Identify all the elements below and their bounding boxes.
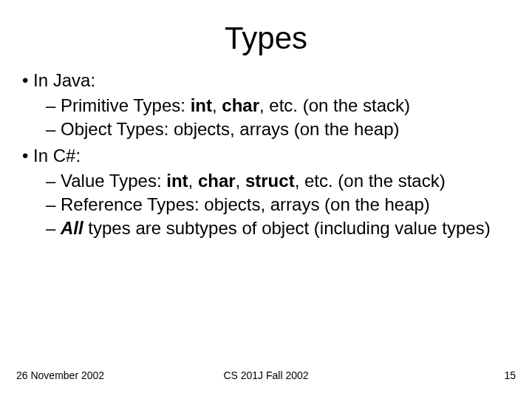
java-prim-suffix: , etc. (on the stack) (259, 95, 410, 115)
footer: 26 November 2002 CS 201J Fall 2002 15 (16, 369, 516, 381)
csharp-all-kw: All (61, 218, 83, 238)
bullet-icon: • (22, 146, 33, 166)
csharp-val-sep1: , (188, 171, 198, 191)
java-object-text: Object Types: objects, arrays (on the he… (61, 119, 399, 139)
java-heading-text: In Java: (33, 70, 95, 90)
csharp-all-rest: types are subtypes of object (including … (83, 218, 491, 238)
csharp-val-char: char (198, 171, 236, 191)
footer-course: CS 201J Fall 2002 (223, 369, 308, 381)
csharp-val-prefix: Value Types: (61, 171, 166, 191)
csharp-val-int: int (166, 171, 188, 191)
bullet-icon: • (22, 70, 33, 90)
csharp-ref-text: Reference Types: objects, arrays (on the… (61, 194, 430, 214)
csharp-all-line: – All types are subtypes of object (incl… (46, 217, 516, 239)
dash-icon: – (46, 171, 61, 191)
csharp-value-line: – Value Types: int, char, struct, etc. (… (46, 170, 516, 192)
java-object-line: – Object Types: objects, arrays (on the … (46, 118, 516, 140)
csharp-val-sep2: , (236, 171, 245, 191)
dash-icon: – (46, 194, 61, 214)
csharp-heading: • In C#: (22, 145, 516, 167)
java-heading: • In Java: (22, 69, 516, 92)
footer-page-number: 15 (504, 369, 516, 381)
slide-body: • In Java: – Primitive Types: int, char,… (16, 69, 516, 239)
slide-title: Types (16, 21, 516, 56)
csharp-reference-line: – Reference Types: objects, arrays (on t… (46, 194, 516, 216)
java-prim-char: char (222, 95, 259, 115)
csharp-val-struct: struct (245, 171, 295, 191)
java-prim-sep: , (212, 95, 222, 115)
java-prim-int: int (191, 95, 212, 115)
java-primitive-line: – Primitive Types: int, char, etc. (on t… (46, 95, 516, 117)
footer-date: 26 November 2002 (16, 369, 104, 381)
dash-icon: – (46, 95, 61, 115)
dash-icon: – (46, 119, 61, 139)
csharp-val-suffix: , etc. (on the stack) (295, 171, 446, 191)
dash-icon: – (46, 218, 61, 238)
java-prim-prefix: Primitive Types: (61, 95, 191, 115)
csharp-heading-text: In C#: (33, 146, 81, 166)
